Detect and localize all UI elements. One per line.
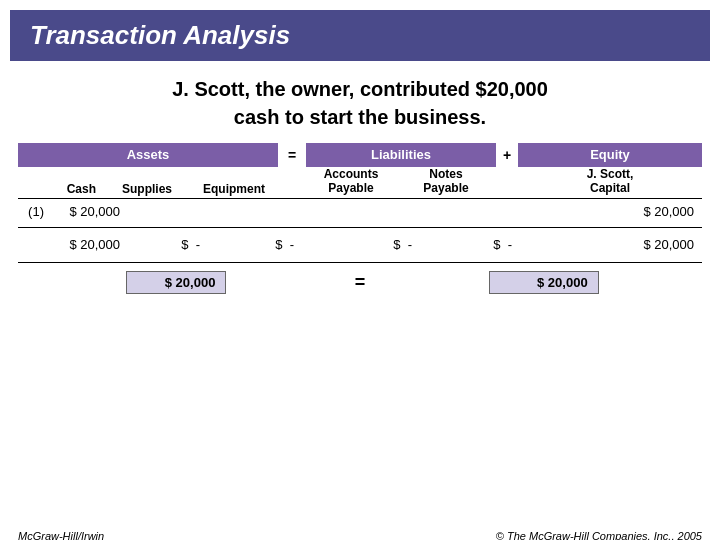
accounting-table: Assets = Liabilities + Equity Cash Suppl… bbox=[18, 143, 702, 263]
bcell-ap: $ - bbox=[330, 237, 420, 252]
bcell-supplies: $ - bbox=[128, 237, 208, 252]
cash-col-header: Cash bbox=[18, 182, 104, 196]
header-row: Assets = Liabilities + Equity bbox=[18, 143, 702, 167]
total-right-box: $ 20,000 bbox=[489, 271, 599, 294]
cell-scott-1: $ 20,000 bbox=[542, 204, 702, 219]
transaction-row-1: (1) $ 20,000 $ 20,000 bbox=[18, 201, 702, 223]
row-label-1: (1) bbox=[18, 204, 48, 219]
plus-header: + bbox=[496, 143, 518, 167]
page-title: Transaction Analysis bbox=[30, 20, 290, 50]
divider-line bbox=[18, 227, 702, 228]
totals-section: $ 20,000 = $ 20,000 bbox=[0, 271, 720, 294]
liabilities-header: Liabilities bbox=[306, 143, 496, 167]
scott-col-header: J. Scott, Capital bbox=[518, 167, 702, 196]
footer-left: McGraw-Hill/Irwin bbox=[18, 530, 104, 540]
total-left-box: $ 20,000 bbox=[126, 271, 226, 294]
equipment-col-header: Equipment bbox=[190, 182, 278, 196]
footer: McGraw-Hill/Irwin © The McGraw-Hill Comp… bbox=[18, 530, 702, 540]
bcell-np: $ - bbox=[420, 237, 520, 252]
subtitle: J. Scott, the owner, contributed $20,000… bbox=[20, 75, 700, 131]
divider-2 bbox=[18, 262, 702, 263]
bcell-equipment: $ - bbox=[208, 237, 302, 252]
ap-col-header: Accounts Payable bbox=[306, 167, 396, 196]
page: Transaction Analysis J. Scott, the owner… bbox=[0, 10, 720, 540]
subtitle-line1: J. Scott, the owner, contributed $20,000 bbox=[172, 78, 548, 100]
title-bar: Transaction Analysis bbox=[10, 10, 710, 61]
equity-header: Equity bbox=[518, 143, 702, 167]
divider-1 bbox=[18, 227, 702, 228]
subtitle-line2: cash to start the business. bbox=[234, 106, 486, 128]
bcell-cash: $ 20,000 bbox=[48, 237, 128, 252]
footer-right: © The McGraw-Hill Companies, Inc., 2005 bbox=[496, 530, 702, 540]
balance-row: $ 20,000 $ - $ - $ - $ - $ 20,000 bbox=[18, 232, 702, 258]
cell-cash-1: $ 20,000 bbox=[48, 204, 128, 219]
divider-line-2 bbox=[18, 262, 702, 263]
equals-header: = bbox=[278, 143, 306, 167]
assets-header: Assets bbox=[18, 143, 278, 167]
bcell-scott: $ 20,000 bbox=[542, 237, 702, 252]
supplies-col-header: Supplies bbox=[104, 182, 190, 196]
totals-equals: = bbox=[355, 272, 366, 293]
np-col-header: Notes Payable bbox=[396, 167, 496, 196]
subheader-row: Cash Supplies Equipment Accounts Payable… bbox=[18, 167, 702, 199]
